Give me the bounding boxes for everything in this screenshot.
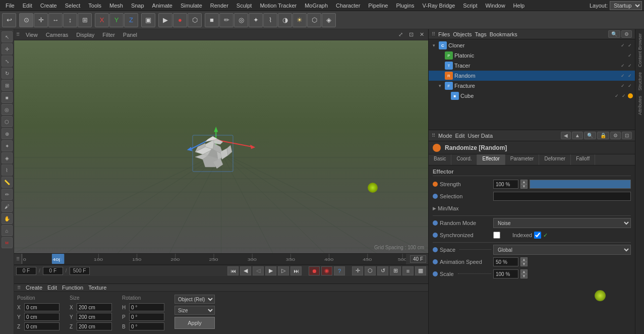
motion-btn[interactable]: ⊞ (390, 266, 401, 275)
menu-snap[interactable]: Snap (128, 2, 148, 10)
obj-search-btn[interactable]: 🔍 (608, 30, 620, 38)
obj-settings-btn[interactable]: ⚙ (621, 30, 632, 38)
prop-tab-deformer[interactable]: Deformer (539, 154, 571, 165)
strength-slider[interactable] (530, 180, 631, 189)
tree-item-tracer[interactable]: T Tracer ✓ ✓ (429, 61, 635, 71)
anim-speed-input[interactable] (493, 257, 518, 266)
vp-cameras-menu[interactable]: Cameras (44, 31, 71, 38)
menu-window[interactable]: Window (482, 2, 508, 10)
fracture-check2[interactable]: ✓ (627, 83, 633, 89)
prop-edit-menu[interactable]: Edit (455, 133, 465, 139)
random-mode-select[interactable]: Noise Random Turbulence (493, 218, 631, 228)
timeline-grid-btn[interactable]: ▦ (415, 266, 426, 275)
sidebar-obj6[interactable]: ◈ (2, 152, 13, 163)
pos-x-input[interactable] (24, 303, 60, 311)
tree-item-platonic[interactable]: P Platonic ✓ (429, 50, 635, 61)
pos-y-input[interactable] (24, 313, 60, 321)
obj-tree-tags[interactable]: Tags (475, 31, 487, 37)
menu-script[interactable]: Script (459, 2, 481, 10)
bottom-edit-menu[interactable]: Edit (47, 285, 57, 291)
cube-check1[interactable]: ✓ (614, 93, 620, 99)
fracture-check1[interactable]: ✓ (620, 83, 626, 89)
bottom-function-menu[interactable]: Function (62, 285, 83, 291)
prop-expand-btn[interactable]: ▲ (572, 132, 583, 139)
rot-b-input[interactable] (129, 322, 164, 330)
vp-view-menu[interactable]: View (24, 31, 40, 38)
strength-down[interactable]: ▼ (520, 184, 528, 189)
sidebar-scale[interactable]: ⤡ (2, 55, 13, 67)
rot-p-input[interactable] (129, 313, 164, 321)
prop-tab-basic[interactable]: Basic (429, 154, 451, 165)
y-axis-btn[interactable]: Y (109, 13, 124, 27)
vp-maximize-btn[interactable]: ⊡ (407, 31, 416, 38)
prop-tab-falloff[interactable]: Falloff (571, 154, 595, 165)
sidebar-obj1[interactable]: ■ (2, 92, 13, 103)
goto-end-btn[interactable]: ⏭ (290, 266, 302, 275)
anim-speed-up[interactable]: ▲ (520, 257, 528, 262)
rot-h-input[interactable] (129, 303, 164, 311)
cube-check2[interactable]: ✓ (621, 93, 627, 99)
step-back-btn[interactable]: ◀ (240, 266, 251, 275)
end-frame-input[interactable] (70, 267, 90, 275)
random-check2[interactable]: ✓ (627, 73, 633, 79)
scale-up[interactable]: ▲ (520, 269, 528, 274)
sidebar-obj7[interactable]: ⌇ (2, 164, 13, 176)
sidebar-maxon[interactable]: M (2, 237, 13, 248)
scale-arrows[interactable]: ▲ ▼ (520, 269, 528, 279)
prop-search-btn[interactable]: 🔍 (584, 132, 596, 139)
rotate-tool-btn[interactable]: ↔ (48, 13, 63, 27)
sidebar-move[interactable]: ✛ (2, 43, 13, 54)
light-btn[interactable]: ☀ (292, 13, 307, 27)
camera-btn[interactable]: ◑ (278, 13, 292, 27)
vp-expand-btn[interactable]: ⤢ (396, 31, 405, 38)
vp-display-menu[interactable]: Display (74, 31, 96, 38)
sidebar-measure[interactable]: 📏 (2, 177, 13, 188)
prop-userdata-menu[interactable]: User Data (468, 133, 493, 139)
cloner-check1[interactable]: ✓ (620, 42, 626, 48)
apply-button[interactable]: Apply (174, 317, 215, 329)
tree-item-cloner[interactable]: ▾ C Cloner ✓ ✓ (429, 40, 635, 50)
menu-animate[interactable]: Animate (149, 2, 176, 10)
menu-vray[interactable]: V-Ray Bridge (419, 2, 459, 10)
layout-dropdown[interactable]: Startup (610, 1, 642, 10)
prop-settings-btn[interactable]: ⚙ (610, 132, 621, 139)
menu-simulate[interactable]: Simulate (177, 2, 206, 10)
strength-input[interactable] (493, 180, 518, 189)
sync-checkbox[interactable] (493, 232, 500, 239)
tracer-check1[interactable]: ✓ (620, 63, 626, 69)
nurbs-btn[interactable]: ◎ (234, 13, 248, 27)
undo-btn[interactable]: ↩ (2, 13, 16, 27)
prop-maximize-btn[interactable]: ⊡ (622, 132, 632, 139)
prop-tab-coord[interactable]: Coord. (451, 154, 477, 165)
cloner-check2[interactable]: ✓ (627, 42, 633, 48)
step-fwd-btn[interactable]: ▷ (278, 266, 289, 275)
strength-arrows[interactable]: ▲ ▼ (520, 180, 528, 189)
scale-down[interactable]: ▼ (520, 274, 528, 279)
current-frame-input[interactable] (43, 267, 63, 275)
menu-tools[interactable]: Tools (85, 2, 105, 10)
anim-speed-arrows[interactable]: ▲ ▼ (520, 257, 528, 266)
menu-file[interactable]: File (2, 2, 18, 10)
prop-lock-btn[interactable]: 🔒 (597, 132, 609, 139)
sidebar-select[interactable]: ↖ (2, 31, 13, 42)
menu-pipeline[interactable]: Pipeline (365, 2, 391, 10)
obj-tree-files[interactable]: Files (438, 31, 450, 37)
menu-plugins[interactable]: Plugins (392, 2, 418, 10)
sidebar-obj2[interactable]: ◎ (2, 104, 13, 115)
size-z-input[interactable] (77, 322, 112, 330)
coord-system-select[interactable]: Object (Rel) World Local (174, 295, 215, 304)
size-mode-select[interactable]: Size Scale (174, 306, 215, 315)
mograph-btn[interactable]: ✦ (249, 13, 263, 27)
loop-btn[interactable]: ↺ (377, 266, 388, 275)
menu-render[interactable]: Render (207, 2, 232, 10)
move-tool-btn[interactable]: ⊙ (19, 13, 33, 27)
scale-tool-btn[interactable]: ✛ (34, 13, 48, 27)
transform-btn[interactable]: ⊞ (78, 13, 92, 27)
obj-tree-objects[interactable]: Objects (453, 31, 472, 37)
sidebar-obj3[interactable]: ⬡ (2, 116, 13, 127)
timeline-settings-btn[interactable]: ≡ (402, 266, 414, 275)
sidebar-hand[interactable]: ✋ (2, 213, 13, 224)
autokey-btn[interactable]: ⬡ (365, 266, 376, 275)
pos-z-input[interactable] (24, 322, 60, 330)
menu-create[interactable]: Create (37, 2, 61, 10)
